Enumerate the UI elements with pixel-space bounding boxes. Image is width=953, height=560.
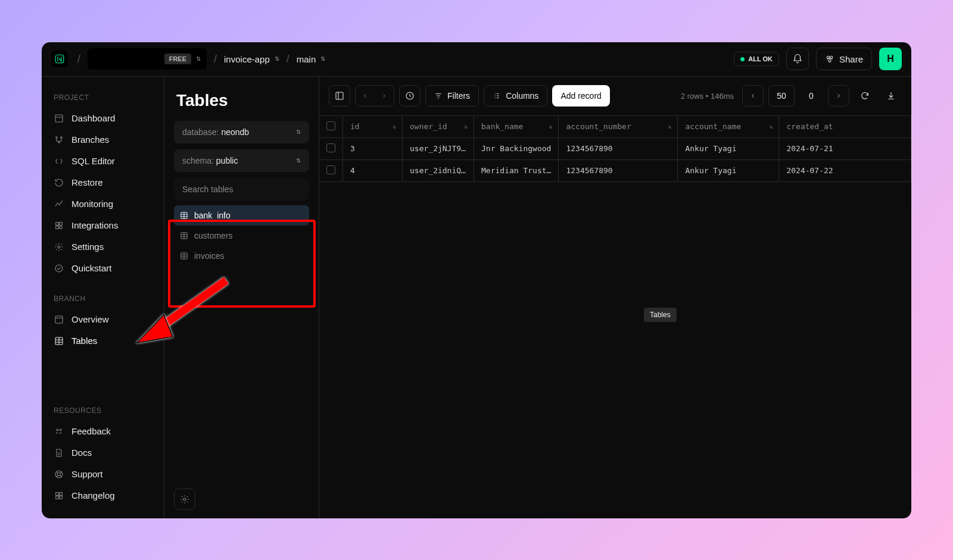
col-label: owner_id (410, 122, 447, 131)
sidebar-item-overview[interactable]: Overview (42, 309, 164, 330)
svg-point-19 (57, 473, 60, 475)
sidebar-item-monitoring[interactable]: Monitoring (42, 193, 164, 215)
chevron-right-icon (835, 92, 842, 99)
project-selector[interactable]: FREE ⇅ (88, 48, 207, 70)
refresh-button[interactable] (854, 85, 876, 107)
table-list: bank_info customers invoices (164, 205, 319, 266)
check-icon (54, 263, 64, 274)
col-bank-name[interactable]: bank_name⇅ (474, 116, 559, 138)
sidebar-item-changelog[interactable]: Changelog (42, 485, 164, 506)
db-label: database: (182, 127, 221, 137)
branch-crumb[interactable]: main ⇅ (297, 54, 326, 64)
share-label: Share (839, 54, 863, 64)
svg-rect-21 (60, 492, 63, 495)
table-row[interactable]: 4 user_2idniQ0… Meridian Trust… 12345678… (319, 159, 911, 182)
gear-icon (54, 242, 64, 252)
cell-created-at[interactable]: 2024-07-22 (779, 159, 911, 182)
sidebar-item-settings[interactable]: Settings (42, 236, 164, 258)
cell-account-number[interactable]: 1234567890 (559, 137, 678, 159)
select-all-header[interactable] (319, 116, 343, 138)
table-icon (180, 252, 188, 260)
history-button[interactable] (399, 85, 421, 107)
col-label: account_name (685, 122, 741, 131)
schema-selector[interactable]: schema: public ⇅ (174, 149, 309, 172)
svg-rect-9 (60, 222, 63, 225)
table-item-invoices[interactable]: invoices (174, 246, 309, 266)
cell-bank-name[interactable]: Jnr Backingwood (474, 137, 559, 159)
notifications-button[interactable] (786, 48, 809, 70)
chevron-updown-icon: ⇅ (320, 56, 325, 62)
col-account-number[interactable]: account_number⇅ (559, 116, 678, 138)
sidebar-item-docs[interactable]: Docs (42, 442, 164, 464)
sidebar-item-quickstart[interactable]: Quickstart (42, 258, 164, 279)
sidebar-item-support[interactable]: Support (42, 464, 164, 485)
col-account-name[interactable]: account_name⇅ (678, 116, 779, 138)
chevron-updown-icon: ⇅ (296, 158, 301, 164)
cell-owner-id[interactable]: user_2jNJT9X… (403, 137, 474, 159)
refresh-icon (860, 91, 870, 101)
sidebar-toggle-button[interactable] (329, 85, 350, 107)
cell-account-name[interactable]: Ankur Tyagi (678, 137, 779, 159)
svg-point-2 (830, 56, 833, 58)
support-icon (54, 469, 64, 480)
row-checkbox[interactable] (319, 159, 343, 182)
sidebar-item-integrations[interactable]: Integrations (42, 215, 164, 236)
col-id[interactable]: id⇅ (343, 116, 403, 138)
sidebar-item-tables[interactable]: Tables (42, 330, 164, 352)
cell-id[interactable]: 3 (343, 137, 403, 159)
sidebar-item-sql-editor[interactable]: SQL Editor (42, 151, 164, 172)
sort-icon: ⇅ (549, 124, 552, 129)
download-icon (886, 91, 896, 101)
svg-point-6 (61, 136, 63, 138)
share-button[interactable]: Share (816, 48, 872, 70)
logo[interactable] (51, 51, 68, 67)
project-crumb[interactable]: invoice-app ⇅ (224, 54, 279, 64)
cell-bank-name[interactable]: Meridian Trust… (474, 159, 559, 182)
page-next-button[interactable] (828, 85, 849, 107)
cell-id[interactable]: 4 (343, 159, 403, 182)
cell-owner-id[interactable]: user_2idniQ0… (403, 159, 474, 182)
panel-settings-button[interactable] (174, 489, 195, 510)
avatar[interactable]: H (879, 48, 902, 70)
svg-rect-4 (55, 115, 63, 122)
nav-forward-button[interactable] (375, 86, 394, 106)
breadcrumb-separator: / (214, 53, 217, 65)
columns-label: Columns (506, 91, 538, 101)
nav-back-button[interactable] (356, 86, 375, 106)
avatar-initial: H (887, 54, 894, 64)
status-text: ALL OK (748, 55, 773, 62)
table-item-customers[interactable]: customers (174, 226, 309, 246)
cell-account-number[interactable]: 1234567890 (559, 159, 678, 182)
sidebar-item-dashboard[interactable]: Dashboard (42, 108, 164, 129)
sidebar-item-restore[interactable]: Restore (42, 172, 164, 193)
data-table: id⇅ owner_id⇅ bank_name⇅ account_number⇅… (319, 116, 911, 182)
breadcrumb: / FREE ⇅ / invoice-app ⇅ / main ⇅ (77, 48, 724, 70)
col-owner-id[interactable]: owner_id⇅ (403, 116, 474, 138)
col-created-at[interactable]: created_at (779, 116, 911, 138)
svg-point-16 (57, 429, 58, 431)
svg-point-17 (60, 429, 61, 431)
download-button[interactable] (880, 85, 902, 107)
sidebar-item-feedback[interactable]: Feedback (42, 421, 164, 442)
sidebar-item-branches[interactable]: Branches (42, 129, 164, 151)
status-badge: ALL OK (734, 52, 779, 66)
cell-account-name[interactable]: Ankur Tyagi (678, 159, 779, 182)
search-tables-input[interactable]: Search tables (174, 178, 309, 201)
svg-point-27 (183, 498, 186, 500)
columns-button[interactable]: Columns (484, 85, 547, 107)
add-record-button[interactable]: Add record (552, 85, 609, 107)
database-selector[interactable]: database: neondb ⇅ (174, 121, 309, 143)
col-label: bank_name (481, 122, 523, 131)
cell-created-at[interactable]: 2024-07-21 (779, 137, 911, 159)
data-grid: id⇅ owner_id⇅ bank_name⇅ account_number⇅… (319, 116, 911, 518)
breadcrumb-separator: / (286, 53, 289, 65)
table-row[interactable]: 3 user_2jNJT9X… Jnr Backingwood 12345678… (319, 137, 911, 159)
page-size-input[interactable] (768, 85, 795, 107)
svg-rect-10 (56, 226, 59, 229)
table-icon (54, 336, 64, 346)
table-item-bank-info[interactable]: bank_info (174, 205, 309, 226)
row-checkbox[interactable] (319, 137, 343, 159)
filters-button[interactable]: Filters (425, 85, 479, 107)
header-right: ALL OK Share H (734, 48, 902, 70)
page-prev-button[interactable] (742, 85, 764, 107)
